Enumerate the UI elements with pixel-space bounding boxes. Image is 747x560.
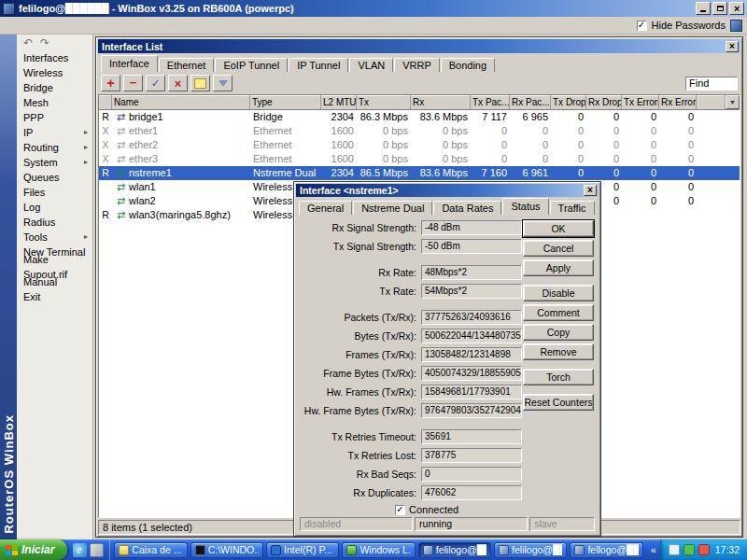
interface-row[interactable]: X ether2 Ethernet 1600 0 bps 0 bps 0 0 0…	[99, 138, 740, 152]
tray-network-icon[interactable]	[669, 544, 680, 555]
toolbar-button-icon[interactable]	[101, 75, 120, 91]
tab[interactable]: EoIP Tunnel	[215, 58, 288, 72]
minimize-button[interactable]	[696, 2, 711, 15]
taskbar-task-button[interactable]: C:\WINDO...	[190, 542, 263, 558]
dialog-button[interactable]: Disable	[523, 285, 594, 301]
interface-list-titlebar[interactable]: Interface List	[98, 39, 740, 53]
dialog-button[interactable]: Copy	[523, 324, 594, 341]
find-input[interactable]: Find	[685, 77, 738, 91]
sidebar-item[interactable]: Radius	[17, 215, 92, 230]
connected-checkbox[interactable]	[395, 505, 405, 515]
sidebar-item[interactable]: Files	[17, 185, 92, 200]
taskbar-task-button[interactable]: fellogo@██	[570, 542, 642, 558]
toolbar-button-icon[interactable]	[213, 75, 233, 91]
column-header[interactable]: Tx Pac...	[471, 95, 510, 109]
toolbar-button-icon[interactable]	[123, 75, 143, 91]
hide-passwords-checkbox[interactable]	[637, 21, 647, 31]
row-rx-packets: 0	[510, 152, 551, 166]
dialog-button[interactable]: Cancel	[523, 240, 594, 257]
sidebar-item[interactable]: Queues	[17, 170, 92, 185]
tab[interactable]: Bonding	[441, 58, 495, 72]
taskbar-task-button[interactable]: Windows L...	[342, 542, 415, 558]
close-button[interactable]	[729, 2, 744, 15]
column-header[interactable]: Rx	[411, 95, 471, 109]
column-header[interactable]: L2 MTU	[321, 95, 357, 109]
toolbar-button-icon[interactable]	[168, 75, 188, 91]
tab[interactable]: Data Rates	[433, 201, 501, 215]
column-header[interactable]	[99, 95, 112, 109]
dialog-close-button[interactable]	[584, 185, 597, 196]
tab[interactable]: IP Tunnel	[289, 58, 348, 72]
tab[interactable]: Status	[502, 198, 548, 215]
sidebar-item[interactable]: System	[17, 155, 92, 170]
sidebar-item[interactable]: Make Supout.rif	[17, 259, 92, 274]
dialog-button[interactable]: Reset Counters	[523, 394, 594, 411]
sidebar-item[interactable]: Wireless	[17, 65, 92, 80]
column-header[interactable]: Tx Errors	[622, 95, 659, 109]
dialog-button[interactable]: Remove	[523, 343, 594, 360]
tab[interactable]: Traffic	[550, 201, 595, 215]
sidebar-item[interactable]: Tools	[17, 230, 92, 245]
show-desktop-icon[interactable]	[90, 543, 104, 557]
maximize-button[interactable]	[712, 2, 727, 15]
taskbar-task-button[interactable]: Caixa de ...	[114, 542, 187, 558]
interface-list-title: Interface List	[102, 41, 726, 52]
sidebar-item[interactable]: PPP	[17, 110, 92, 125]
redo-icon[interactable]	[40, 36, 49, 50]
sidebar-item[interactable]: Interfaces	[17, 50, 92, 65]
sidebar-item[interactable]: Log	[17, 200, 92, 215]
dialog-button[interactable]: Apply	[523, 259, 594, 276]
task-icon	[271, 545, 281, 555]
taskbar-task-button[interactable]: felilogo@██	[418, 542, 491, 558]
app-titlebar[interactable]: felilogo@██████ - WinBox v3.25 on RB600A…	[0, 0, 747, 17]
tab[interactable]: VRRP	[394, 58, 440, 72]
start-label: Iniciar	[21, 543, 54, 556]
tab[interactable]: Ethernet	[159, 58, 215, 72]
column-header[interactable]: Rx Drops	[586, 95, 622, 109]
tray-expand-button[interactable]	[647, 539, 660, 560]
row-tx-errors: 0	[622, 180, 659, 194]
start-button[interactable]: Iniciar	[0, 539, 67, 560]
tab[interactable]: General	[299, 201, 352, 215]
tab[interactable]: VLAN	[349, 58, 393, 72]
sidebar-item[interactable]: Routing	[17, 140, 92, 155]
taskbar-task-button[interactable]: felilogo@██	[494, 542, 567, 558]
interface-row[interactable]: R bridge1 Bridge 2304 86.3 Mbps 83.6 Mbp…	[99, 110, 740, 124]
toolbar-button-icon[interactable]	[190, 75, 210, 91]
row-rx-drops: 0	[586, 152, 622, 166]
taskbar-task-button[interactable]: Intel(R) P...	[266, 542, 339, 558]
column-chooser-button[interactable]	[726, 95, 740, 109]
internet-explorer-icon[interactable]	[73, 543, 87, 557]
field-value: 15849681/17793901	[421, 385, 522, 399]
task-icon	[574, 545, 585, 555]
column-header[interactable]: Name	[112, 95, 250, 109]
interface-list-close-button[interactable]	[726, 41, 739, 52]
dialog-button[interactable]: OK	[523, 220, 594, 237]
column-header[interactable]: Tx Drops	[551, 95, 586, 109]
field-value: 4050074329/1885590505	[421, 366, 522, 381]
sidebar-item[interactable]: Bridge	[17, 80, 92, 95]
dialog-button[interactable]: Torch	[523, 369, 594, 385]
interface-row[interactable]: X ether3 Ethernet 1600 0 bps 0 bps 0 0 0…	[99, 152, 740, 166]
dialog-button[interactable]: Comment	[523, 304, 594, 321]
column-header[interactable]: Rx Pac...	[510, 95, 551, 109]
tray-status-icon[interactable]	[698, 544, 710, 555]
toolbar-button-icon[interactable]	[146, 75, 165, 91]
undo-icon[interactable]	[23, 36, 33, 50]
sidebar-item[interactable]: IP	[17, 125, 92, 140]
interface-row[interactable]: X ether1 Ethernet 1600 0 bps 0 bps 0 0 0…	[99, 124, 740, 138]
column-header[interactable]: Type	[250, 95, 321, 109]
interface-icon	[115, 180, 127, 194]
row-rx-packets: 0	[510, 124, 551, 138]
sidebar-item[interactable]: Mesh	[17, 95, 92, 110]
tray-shield-icon[interactable]	[684, 544, 695, 555]
field-value: 54Mbps*2	[421, 284, 522, 299]
dialog-titlebar[interactable]: Interface <nstreme1>	[296, 184, 599, 197]
tab[interactable]: Interface	[101, 55, 158, 72]
column-header[interactable]: Tx	[357, 95, 411, 109]
sidebar-item[interactable]: Exit	[17, 289, 92, 304]
task-icon	[119, 545, 129, 555]
interface-row[interactable]: R nstreme1 Nstreme Dual 2304 86.5 Mbps 8…	[99, 166, 740, 180]
column-header[interactable]: Rx Errors	[659, 95, 697, 109]
tab[interactable]: Nstreme Dual	[353, 201, 432, 215]
